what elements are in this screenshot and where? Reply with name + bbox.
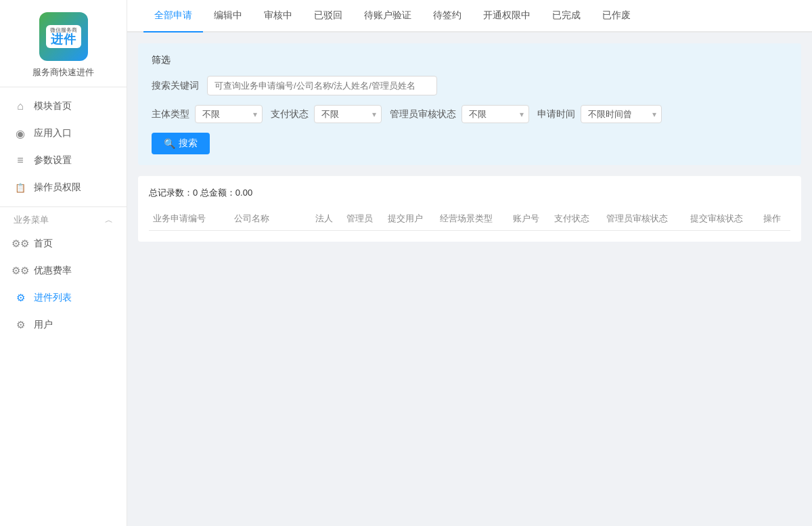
col-admin-review-status: 管理员审核状态 — [602, 207, 686, 231]
admin-review-label: 管理员审核状态 — [390, 108, 456, 120]
sidebar-biz-item-users[interactable]: ⚙ 用户 — [0, 311, 127, 338]
filter-panel: 筛选 搜索关键词 主体类型 不限 支付状态 — [138, 43, 801, 165]
payment-status-group: 支付状态 不限 — [271, 105, 382, 123]
sidebar-biz-item-discount[interactable]: ⚙ 优惠费率 — [0, 257, 127, 284]
tab-signing[interactable]: 待签约 — [422, 0, 472, 32]
filter-title: 筛选 — [152, 54, 788, 66]
param-icon — [14, 154, 27, 167]
data-table: 业务申请编号 公司名称 法人 管理员 提交用户 — [149, 207, 790, 231]
subject-type-group: 主体类型 不限 — [152, 105, 263, 123]
sidebar-biz-item-main-page-label: 首页 — [34, 238, 53, 250]
logo-subtitle: 服务商快速进件 — [32, 66, 94, 79]
biz-user-icon: ⚙ — [14, 318, 27, 332]
filter-row-search: 搜索关键词 — [152, 76, 788, 95]
tab-done[interactable]: 已完成 — [541, 0, 591, 32]
logo-bottom-text: 进件 — [51, 33, 76, 45]
home-icon — [14, 100, 27, 113]
col-pay-status: 支付状态 — [550, 207, 602, 231]
sidebar: 微信服务商 进件 服务商快速进件 模块首页 应用入口 参数设置 操作员权限 业务… — [0, 0, 127, 526]
tab-reviewing[interactable]: 审核中 — [253, 0, 303, 32]
admin-review-group: 管理员审核状态 不限 — [390, 105, 529, 123]
search-input[interactable] — [207, 76, 437, 95]
logo-area: 微信服务商 进件 服务商快速进件 — [0, 0, 127, 87]
table-panel: 总记录数：0 总金额：0.00 业务申请编号 公司名称 法人 — [138, 176, 801, 242]
sidebar-item-params-label: 参数设置 — [34, 154, 72, 167]
logo-inner: 微信服务商 进件 — [46, 25, 81, 48]
subject-type-select[interactable]: 不限 — [195, 105, 263, 123]
col-submit-review-status: 提交审核状态 — [686, 207, 759, 231]
tab-account-verify[interactable]: 待账户验证 — [353, 0, 422, 32]
apply-time-group: 申请时间 不限时间曾 — [537, 105, 662, 123]
payment-status-select[interactable]: 不限 — [314, 105, 382, 123]
sidebar-item-app-label: 应用入口 — [34, 127, 72, 139]
sidebar-biz-item-app-list[interactable]: ⚙ 进件列表 — [0, 284, 127, 311]
col-company: 公司名称 — [230, 207, 311, 231]
sidebar-item-app[interactable]: 应用入口 — [0, 120, 127, 147]
table-summary: 总记录数：0 总金额：0.00 — [149, 187, 790, 199]
biz-discount-icon: ⚙ — [14, 264, 27, 278]
filter-row-actions: 🔍 搜索 — [152, 133, 788, 154]
biz-menu-label: 业务菜单 — [14, 214, 49, 226]
search-keyword-label: 搜索关键词 — [152, 80, 199, 92]
sidebar-top-nav: 模块首页 应用入口 参数设置 操作员权限 — [0, 87, 127, 207]
chevron-down-icon: ︿ — [105, 215, 113, 226]
payment-status-label: 支付状态 — [271, 108, 309, 120]
tabs-bar: 全部申请 编辑中 审核中 已驳回 待账户验证 待签约 开通权限中 已完成 已作废 — [127, 0, 812, 32]
col-legal-person: 法人 — [311, 207, 342, 231]
subject-type-select-wrapper: 不限 — [195, 105, 263, 123]
col-account-no: 账户号 — [509, 207, 550, 231]
perm-icon — [14, 181, 27, 194]
biz-home-icon: ⚙ — [14, 237, 27, 250]
apply-time-select-wrapper: 不限时间曾 — [581, 105, 662, 123]
sidebar-item-perms[interactable]: 操作员权限 — [0, 174, 127, 201]
sidebar-item-home-label: 模块首页 — [34, 100, 72, 112]
biz-menu-header: 业务菜单 ︿ — [0, 207, 127, 230]
page-content: 筛选 搜索关键词 主体类型 不限 支付状态 — [127, 32, 812, 526]
table-header-row: 业务申请编号 公司名称 法人 管理员 提交用户 — [149, 207, 790, 231]
search-icon: 🔍 — [164, 138, 175, 149]
tab-abandoned[interactable]: 已作废 — [591, 0, 641, 32]
main-content: 全部申请 编辑中 审核中 已驳回 待账户验证 待签约 开通权限中 已完成 已作废 — [127, 0, 812, 526]
sidebar-item-perms-label: 操作员权限 — [34, 181, 81, 194]
search-btn-label: 搜索 — [179, 137, 198, 150]
col-admin: 管理员 — [342, 207, 384, 231]
sidebar-item-home[interactable]: 模块首页 — [0, 93, 127, 120]
sidebar-item-params[interactable]: 参数设置 — [0, 147, 127, 174]
payment-status-select-wrapper: 不限 — [314, 105, 382, 123]
sidebar-biz-item-discount-label: 优惠费率 — [34, 265, 72, 277]
search-button[interactable]: 🔍 搜索 — [152, 133, 210, 154]
subject-type-label: 主体类型 — [152, 108, 189, 120]
app-icon — [14, 127, 27, 140]
tab-all[interactable]: 全部申请 — [143, 0, 203, 32]
apply-time-label: 申请时间 — [537, 108, 575, 120]
apply-time-select[interactable]: 不限时间曾 — [581, 105, 662, 123]
col-submit-user: 提交用户 — [384, 207, 436, 231]
filter-row-options: 主体类型 不限 支付状态 不限 管理 — [152, 105, 788, 123]
col-action: 操作 — [759, 207, 790, 231]
table-header: 业务申请编号 公司名称 法人 管理员 提交用户 — [149, 207, 790, 231]
sidebar-biz-item-users-label: 用户 — [34, 319, 53, 331]
tab-open-perms[interactable]: 开通权限中 — [472, 0, 541, 32]
sidebar-biz-item-main-page[interactable]: ⚙ 首页 — [0, 230, 127, 257]
col-biz-type: 经营场景类型 — [436, 207, 509, 231]
sidebar-biz-item-app-list-label: 进件列表 — [34, 292, 72, 304]
biz-list-icon: ⚙ — [14, 291, 27, 305]
tab-editing[interactable]: 编辑中 — [203, 0, 253, 32]
col-app-id: 业务申请编号 — [149, 207, 230, 231]
admin-review-select-wrapper: 不限 — [461, 105, 529, 123]
admin-review-select[interactable]: 不限 — [461, 105, 529, 123]
logo-box: 微信服务商 进件 — [39, 12, 88, 61]
tab-rejected[interactable]: 已驳回 — [303, 0, 353, 32]
